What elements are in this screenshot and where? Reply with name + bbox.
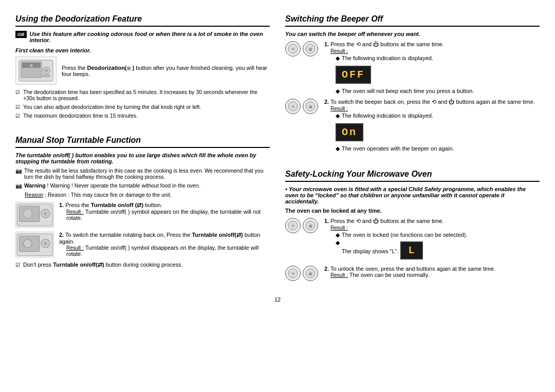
svg-point-10 (44, 212, 47, 215)
turntable-step1-row: 1. Press the Turntable on/off (⇄) button… (15, 202, 270, 228)
safety-step1-btn1: ⟲ (285, 218, 301, 233)
deodorization-bullet-2: ☑ You can also adjust deodorization time… (15, 104, 270, 110)
deodorization-device-image: ⊞ (15, 57, 57, 85)
beeper-step2-btn2: ⏻ (303, 99, 318, 114)
beeper-step1-content: 1. Press the ⟲ and ⏻ buttons at the same… (324, 41, 540, 95)
safety-section: Safety-Locking Your Microwave Oven • You… (285, 165, 540, 288)
bullet-icon-1: ☑ (15, 89, 20, 95)
safety-step1-row: ⟲ ⏻ 1. Press the ⟲ and ⏻ buttons at the … (285, 218, 540, 262)
deodorization-device-text: Press the Deodorization(⊞ ) button after… (62, 65, 270, 77)
svg-rect-6 (43, 74, 50, 77)
beeper-display-on: On (336, 121, 540, 143)
page-number: 12 (15, 296, 540, 303)
left-column: Using the Deodorization Feature GB Use t… (15, 10, 270, 288)
beeper-step2-text: 2. To switch the beeper back on, press t… (324, 99, 540, 105)
svg-text:⏻: ⏻ (309, 47, 312, 51)
safety-display-L: L (400, 241, 423, 259)
svg-text:⟲: ⟲ (291, 224, 294, 228)
safety-intro: • Your microwave oven is fitted with a s… (285, 186, 540, 204)
beeper-section: Switching the Beeper Off You can switch … (285, 10, 540, 159)
svg-text:⏻: ⏻ (309, 224, 312, 228)
turntable-step1-num: 1. (59, 202, 64, 208)
bullet-icon-3: ☑ (15, 113, 20, 119)
safety-step2-btn1: ⟲ (285, 266, 301, 281)
beeper-step2-content: 2. To switch the beeper back on, press t… (324, 99, 540, 152)
deodorization-device-row: ⊞ Press the Deodorization(⊞ ) button aft… (15, 57, 270, 85)
svg-text:⟲: ⟲ (291, 272, 294, 275)
beeper-step2-row: ⟲ ⏻ 2. To switch the beeper back on, pre… (285, 99, 540, 152)
safety-step2-buttons: ⟲ ⏻ (285, 266, 318, 281)
safety-step2-btn2: ⏻ (303, 266, 318, 281)
turntable-footer-bullet: ☑ Don't press Turntable on/off(⇄) button… (15, 262, 270, 268)
camera-icon-2: 📷 (15, 182, 22, 189)
camera-icon: 📷 (15, 167, 22, 174)
beeper-step2-btn1: ⟲ (285, 99, 301, 114)
turntable-step2-num: 2. (59, 232, 64, 238)
beeper-btn-circle-1: ⟲ (285, 41, 301, 57)
svg-text:⟲: ⟲ (291, 105, 294, 108)
safety-step2-row: ⟲ ⏻ 2. To unlock the oven, press the and… (285, 266, 540, 281)
safety-step1-content: 1. Press the ⟲ and ⏻ buttons at the same… (324, 218, 540, 262)
turntable-step1-result: Result : Turntable on/off( ) symbol appe… (66, 209, 270, 221)
beeper-btn-circle-2: ⏻ (303, 41, 318, 57)
turntable-intro: The turntable on/off( ) button enables y… (15, 152, 270, 164)
page-layout: Using the Deodorization Feature GB Use t… (15, 10, 540, 288)
safety-can-lock: The oven can be locked at any time. (285, 208, 540, 214)
turntable-title: Manual Stop Turntable Function (15, 136, 270, 148)
bullet-icon-2: ☑ (15, 104, 20, 110)
svg-point-11 (24, 209, 32, 218)
safety-step1-buttons: ⟲ ⏻ (285, 218, 318, 233)
turntable-bullet-2: 📷 Warning ! Warning ! Never operate the … (15, 182, 270, 189)
first-clean: First clean the oven interior. (15, 47, 270, 53)
diamond-icon-2: ◆ (336, 88, 340, 95)
beeper-step2-result: Result : ◆ The following indication is d… (330, 105, 540, 152)
safety-step1-result: Result : ◆ The oven is locked (no functi… (330, 225, 540, 262)
diamond-icon-6: ◆ (336, 239, 340, 246)
turntable-device-img-1 (15, 202, 54, 228)
diamond-icon-3: ◆ (336, 113, 340, 119)
beeper-title: Switching the Beeper Off (285, 14, 540, 27)
turntable-bullets: 📷 The results will be less satisfactory … (15, 167, 270, 198)
svg-text:⏻: ⏻ (309, 105, 312, 108)
safety-title: Safety-Locking Your Microwave Oven (285, 170, 540, 182)
safety-step2-result: Result : The oven can be used normally. (330, 272, 540, 278)
turntable-section: Manual Stop Turntable Function The turnt… (15, 132, 270, 272)
beeper-intro: You can switch the beeper off whenever y… (285, 31, 540, 37)
beeper-step2-buttons: ⟲ ⏻ (285, 99, 318, 114)
deodorization-bullet-3: ☑ The maximum deodorization time is 15 m… (15, 113, 270, 119)
deodorization-bullet-1: ☑ The deodorization time has been specif… (15, 89, 270, 101)
diamond-icon-4: ◆ (336, 145, 340, 152)
deodorization-bullets: ☑ The deodorization time has been specif… (15, 89, 270, 119)
turntable-step2-content: 2. To switch the turntable rotating back… (59, 232, 270, 257)
deodorization-intro: Use this feature after cooking odorous f… (30, 31, 270, 43)
turntable-bullet-reason: Reason : Reason : This may cauce fire or… (15, 192, 270, 198)
svg-point-5 (45, 69, 48, 72)
bullet-icon-footer: ☑ (15, 262, 20, 268)
turntable-step2-result: Result : Turntable on/off( ) symbol disa… (66, 245, 270, 257)
svg-text:⏻: ⏻ (309, 272, 312, 275)
deodorization-section: Using the Deodorization Feature GB Use t… (15, 10, 270, 125)
turntable-device-img-2 (15, 232, 54, 257)
right-column: Switching the Beeper Off You can switch … (285, 10, 540, 288)
diamond-icon-5: ◆ (336, 232, 340, 238)
beeper-step1-buttons: ⟲ ⏻ (285, 41, 318, 57)
beeper-step1-result: Result : ◆ The following indication is d… (330, 48, 540, 95)
svg-point-16 (44, 241, 47, 245)
deodorization-title: Using the Deodorization Feature (15, 14, 270, 27)
turntable-step1-content: 1. Press the Turntable on/off (⇄) button… (59, 202, 270, 221)
svg-text:⊞: ⊞ (30, 64, 33, 67)
turntable-bullet-1: 📷 The results will be less satisfactory … (15, 167, 270, 180)
deodorization-intro-box: GB Use this feature after cooking odorou… (15, 31, 270, 43)
svg-text:⟲: ⟲ (291, 47, 294, 51)
safety-step2-text: 2. To unlock the oven, press the and but… (324, 266, 540, 272)
gb-badge: GB (15, 31, 27, 38)
diamond-icon-1: ◆ (336, 55, 340, 62)
beeper-step1-row: ⟲ ⏻ 1. Press the ⟲ and ⏻ buttons at the … (285, 41, 540, 95)
safety-step1-btn2: ⏻ (303, 218, 318, 233)
beeper-display-off: OFF (336, 64, 540, 86)
svg-point-17 (24, 239, 32, 248)
turntable-step2-row: 2. To switch the turntable rotating back… (15, 232, 270, 257)
safety-step2-content: 2. To unlock the oven, press the and but… (324, 266, 540, 278)
